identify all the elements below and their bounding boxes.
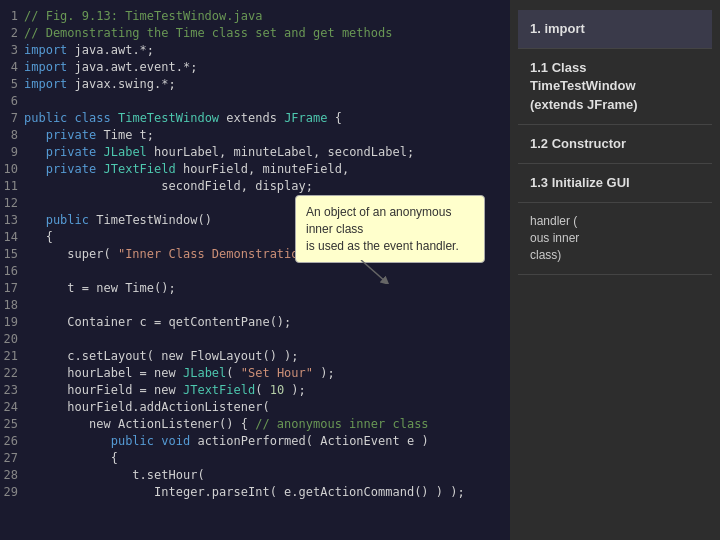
line-content: private Time t; bbox=[24, 127, 510, 144]
code-line: 8 private Time t; bbox=[0, 127, 510, 144]
code-line: 16 bbox=[0, 263, 510, 280]
handler-label: handler ( bbox=[530, 214, 577, 228]
line-number: 13 bbox=[0, 212, 24, 229]
code-line: 9 private JLabel hourLabel, minuteLabel,… bbox=[0, 144, 510, 161]
line-content: import javax.swing.*; bbox=[24, 76, 510, 93]
sidebar-item-class[interactable]: 1.1 Class TimeTestWindow (extends JFrame… bbox=[518, 49, 712, 125]
tooltip-text: An object of an anonymous inner class is… bbox=[306, 205, 459, 253]
svg-line-0 bbox=[361, 260, 386, 282]
line-content: import java.awt.*; bbox=[24, 42, 510, 59]
line-number: 25 bbox=[0, 416, 24, 433]
line-number: 12 bbox=[0, 195, 24, 212]
code-line: 29 Integer.parseInt( e.getActionCommand(… bbox=[0, 484, 510, 501]
line-content: // Fig. 9.13: TimeTestWindow.java bbox=[24, 8, 510, 25]
line-content: hourLabel = new JLabel( "Set Hour" ); bbox=[24, 365, 510, 382]
code-line: 18 bbox=[0, 297, 510, 314]
line-number: 6 bbox=[0, 93, 24, 110]
line-number: 23 bbox=[0, 382, 24, 399]
line-number: 18 bbox=[0, 297, 24, 314]
line-number: 29 bbox=[0, 484, 24, 501]
tooltip-arrow bbox=[356, 260, 396, 284]
line-content: secondField, display; bbox=[24, 178, 510, 195]
line-number: 4 bbox=[0, 59, 24, 76]
code-line: 20 bbox=[0, 331, 510, 348]
line-content: public void actionPerformed( ActionEvent… bbox=[24, 433, 510, 450]
line-number: 20 bbox=[0, 331, 24, 348]
line-content: // Demonstrating the Time class set and … bbox=[24, 25, 510, 42]
line-number: 2 bbox=[0, 25, 24, 42]
tooltip-box: An object of an anonymous inner class is… bbox=[295, 195, 485, 263]
line-content: hourField = new JTextField( 10 ); bbox=[24, 382, 510, 399]
code-line: 2// Demonstrating the Time class set and… bbox=[0, 25, 510, 42]
code-line: 26 public void actionPerformed( ActionEv… bbox=[0, 433, 510, 450]
line-number: 21 bbox=[0, 348, 24, 365]
line-number: 16 bbox=[0, 263, 24, 280]
line-number: 26 bbox=[0, 433, 24, 450]
code-line: 28 t.setHour( bbox=[0, 467, 510, 484]
line-content: Integer.parseInt( e.getActionCommand() )… bbox=[24, 484, 510, 501]
sidebar: 1. import 1.1 Class TimeTestWindow (exte… bbox=[510, 0, 720, 540]
code-line: 19 Container c = qetContentPane(); bbox=[0, 314, 510, 331]
line-content: t.setHour( bbox=[24, 467, 510, 484]
code-line: 27 { bbox=[0, 450, 510, 467]
line-number: 24 bbox=[0, 399, 24, 416]
line-number: 15 bbox=[0, 246, 24, 263]
code-line: 6 bbox=[0, 93, 510, 110]
line-number: 5 bbox=[0, 76, 24, 93]
line-number: 14 bbox=[0, 229, 24, 246]
line-content: public class TimeTestWindow extends JFra… bbox=[24, 110, 510, 127]
line-number: 3 bbox=[0, 42, 24, 59]
line-number: 7 bbox=[0, 110, 24, 127]
line-content: Container c = qetContentPane(); bbox=[24, 314, 510, 331]
code-line: 3import java.awt.*; bbox=[0, 42, 510, 59]
code-line: 21 c.setLayout( new FlowLayout() ); bbox=[0, 348, 510, 365]
line-content: { bbox=[24, 450, 510, 467]
line-number: 17 bbox=[0, 280, 24, 297]
line-number: 19 bbox=[0, 314, 24, 331]
code-line: 7public class TimeTestWindow extends JFr… bbox=[0, 110, 510, 127]
sidebar-item-import[interactable]: 1. import bbox=[518, 10, 712, 49]
line-number: 9 bbox=[0, 144, 24, 161]
code-line: 23 hourField = new JTextField( 10 ); bbox=[0, 382, 510, 399]
sidebar-item-init-gui[interactable]: 1.3 Initialize GUI bbox=[518, 164, 712, 203]
code-line: 25 new ActionListener() { // anonymous i… bbox=[0, 416, 510, 433]
code-line: 4import java.awt.event.*; bbox=[0, 59, 510, 76]
code-line: 17 t = new Time(); bbox=[0, 280, 510, 297]
line-content: new ActionListener() { // anonymous inne… bbox=[24, 416, 510, 433]
line-number: 10 bbox=[0, 161, 24, 178]
line-number: 1 bbox=[0, 8, 24, 25]
line-content: import java.awt.event.*; bbox=[24, 59, 510, 76]
anon-label: ous innerclass) bbox=[530, 231, 579, 262]
line-content: private JTextField hourField, minuteFiel… bbox=[24, 161, 510, 178]
code-line: 1// Fig. 9.13: TimeTestWindow.java bbox=[0, 8, 510, 25]
sidebar-item-constructor[interactable]: 1.2 Constructor bbox=[518, 125, 712, 164]
code-panel: 1// Fig. 9.13: TimeTestWindow.java2// De… bbox=[0, 0, 510, 540]
code-line: 5import javax.swing.*; bbox=[0, 76, 510, 93]
line-content: c.setLayout( new FlowLayout() ); bbox=[24, 348, 510, 365]
code-line: 24 hourField.addActionListener( bbox=[0, 399, 510, 416]
line-number: 8 bbox=[0, 127, 24, 144]
line-number: 27 bbox=[0, 450, 24, 467]
line-content: t = new Time(); bbox=[24, 280, 510, 297]
code-line: 22 hourLabel = new JLabel( "Set Hour" ); bbox=[0, 365, 510, 382]
code-line: 10 private JTextField hourField, minuteF… bbox=[0, 161, 510, 178]
line-content: private JLabel hourLabel, minuteLabel, s… bbox=[24, 144, 510, 161]
line-number: 28 bbox=[0, 467, 24, 484]
code-line: 11 secondField, display; bbox=[0, 178, 510, 195]
sidebar-item-handler: handler ( ous innerclass) bbox=[518, 203, 712, 274]
line-number: 22 bbox=[0, 365, 24, 382]
line-number: 11 bbox=[0, 178, 24, 195]
line-content: hourField.addActionListener( bbox=[24, 399, 510, 416]
